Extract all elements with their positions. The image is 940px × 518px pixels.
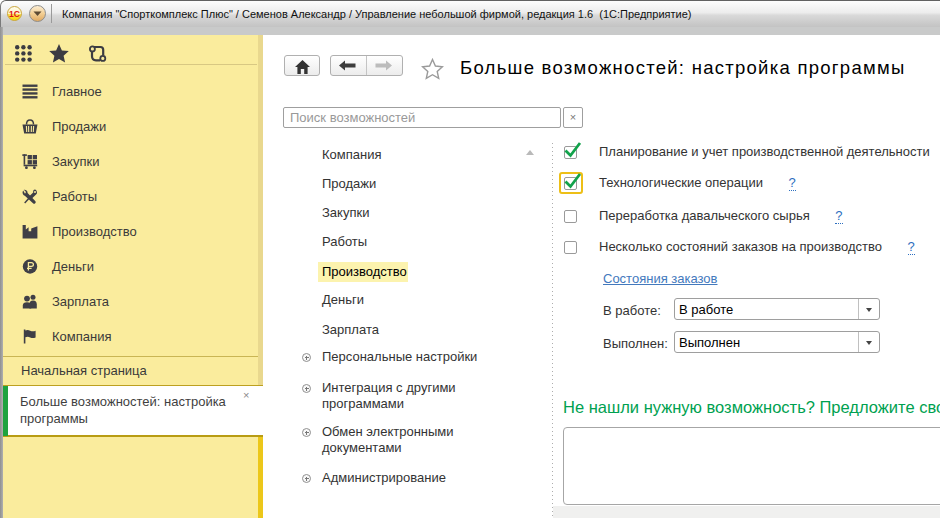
svg-text:1С: 1С bbox=[9, 9, 20, 19]
